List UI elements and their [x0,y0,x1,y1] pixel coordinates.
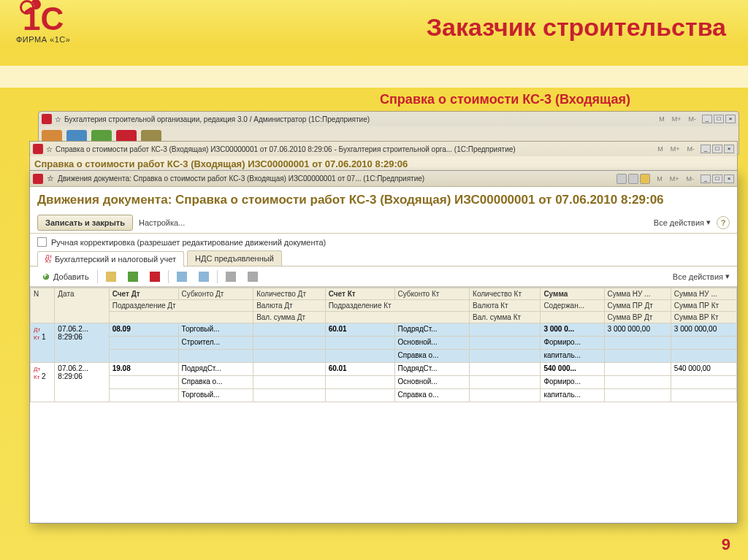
logo-1c-icon: 1C [23,4,64,34]
cell-schet-dt: 19.08 [109,363,178,376]
close-button[interactable]: × [725,115,736,123]
edit-button[interactable] [124,270,142,283]
move-down-button[interactable] [195,270,213,283]
manual-edit-label: Ручная корректировка (разрешает редактир… [51,238,326,247]
slide-subtitle: Справка о стоимости КС-3 (Входящая) [380,92,630,107]
toolbar-icon[interactable] [628,174,638,184]
mem-m[interactable]: M [654,145,666,153]
chevron-down-icon: ▾ [706,218,711,227]
window-title: Движения документа: Справка о стоимости … [58,174,613,183]
command-bar: Записать и закрыть Настройка... Все дейс… [30,212,737,234]
copy-button[interactable] [102,270,120,283]
cell-sub-kt: ПодрядСт... [394,323,470,337]
col-content[interactable]: Содержан... [541,300,604,312]
close-button[interactable]: × [724,174,734,183]
col-subkonto-kt[interactable]: Субконто Кт [394,288,470,300]
mem-mplus[interactable]: M+ [669,115,684,123]
app-icon [33,174,43,184]
tab-accounting[interactable]: ДтКт Бухгалтерский и налоговый учет [37,251,184,266]
calculator-icon[interactable] [640,174,650,184]
document-title: Справка о стоимости работ КС-3 (Входящая… [30,156,737,171]
grid-all-actions[interactable]: Все действия ▾ [673,272,730,281]
col-sum-nu-kt[interactable]: Сумма НУ ... [671,288,736,300]
cell-content: капиталь... [541,389,604,402]
col-val-kt[interactable]: Валюта Кт [470,300,541,312]
col-schet-kt[interactable]: Счет Кт [325,288,394,300]
grid-toolbar: Добавить Все действия ▾ [30,266,737,287]
col-sum-nu-dt[interactable]: Сумма НУ ... [604,288,671,300]
grid[interactable]: N Дата Счет Дт Субконто Дт Количество Дт… [30,287,737,506]
mem-mplus[interactable]: M+ [667,175,682,183]
memory-buttons: M M+ M- [656,115,699,123]
tab-label: Бухгалтерский и налоговый учет [55,255,176,264]
star-icon[interactable]: ☆ [47,174,54,183]
slide-title: Заказчик строительства [427,13,726,42]
col-sum-vr-kt[interactable]: Сумма ВР Кт [671,312,736,323]
col-date[interactable]: Дата [55,288,109,323]
refresh-button[interactable] [244,270,262,283]
minimize-button[interactable]: _ [701,174,711,183]
save-and-close-button[interactable]: Записать и закрыть [37,215,133,231]
minimize-button[interactable]: _ [702,115,712,123]
star-icon[interactable]: ☆ [55,115,61,123]
close-button[interactable]: × [724,145,734,153]
toolbar-icon[interactable] [617,174,627,184]
plus-icon [41,272,51,282]
dt-kt-icon: ДтКт [45,255,52,263]
table-row[interactable]: Справка о... капиталь... [31,350,737,363]
settings-link[interactable]: Настройка... [139,218,185,227]
more-button[interactable] [222,270,240,283]
mem-m[interactable]: M [654,175,665,183]
col-podr-kt[interactable]: Подразделение Кт [325,300,469,312]
col-podr-dt[interactable]: Подразделение Дт [109,300,253,312]
table-row[interactable]: ДтКт 1 07.06.2...8:29:06 08.09 Торговый.… [31,323,737,337]
col-subkonto-dt[interactable]: Субконто Дт [178,288,253,300]
cell-n: ДтКт 1 [31,323,55,363]
mem-mminus[interactable]: M- [684,145,698,153]
col-sum-pr-dt[interactable]: Сумма ПР Дт [604,300,671,312]
table-row[interactable]: Строител... Основной... Формиро... [31,337,737,350]
col-kol-kt[interactable]: Количество Кт [470,288,541,300]
maximize-button[interactable]: □ [712,145,722,153]
col-valsum-dt[interactable]: Вал. сумма Дт [253,312,326,323]
maximize-button[interactable]: □ [712,174,722,183]
cell-sub-kt: Справка о... [394,350,470,363]
slide-number: 9 [722,535,730,554]
arrow-down-icon [199,272,209,282]
all-actions-menu[interactable]: Все действия ▾ [654,218,711,227]
tab-vat[interactable]: НДС предъявленный [187,250,282,266]
mem-mplus[interactable]: M+ [668,145,683,153]
col-sum[interactable]: Сумма [541,288,604,300]
maximize-button[interactable]: □ [714,115,724,123]
cell-sub-dt: Справка о... [178,376,253,389]
add-button[interactable]: Добавить [37,270,93,283]
manual-edit-row: Ручная корректировка (разрешает редактир… [30,234,737,250]
col-val-dt[interactable]: Валюта Дт [253,300,326,312]
cell-sub-dt [178,350,253,363]
cell-nu-dt [604,363,671,376]
move-up-button[interactable] [173,270,191,283]
help-button[interactable]: ? [717,216,730,229]
mem-mminus[interactable]: M- [684,175,698,183]
table-row[interactable]: Справка о... Основной... Формиро... [31,376,737,389]
window-title: Справка о стоимости работ КС-3 (Входящая… [56,145,652,153]
col-kol-dt[interactable]: Количество Дт [253,288,326,300]
star-icon[interactable]: ☆ [46,145,53,153]
cell-nu-kt: 540 000,00 [671,363,736,376]
window-titlebar: ☆ Движения документа: Справка о стоимост… [30,171,737,187]
app-title: Бухгалтерия строительной организации, ре… [64,115,653,123]
mem-mminus[interactable]: M- [686,115,700,123]
mem-m[interactable]: M [656,115,668,123]
manual-edit-checkbox[interactable] [37,237,47,247]
col-valsum-kt[interactable]: Вал. сумма Кт [470,312,541,323]
table-row[interactable]: ДтКт 2 07.06.2...8:29:06 19.08 ПодрядСт.… [31,363,737,376]
minimize-button[interactable]: _ [701,145,711,153]
col-n[interactable]: N [31,288,55,323]
col-sum-pr-kt[interactable]: Сумма ПР Кт [671,300,736,312]
delete-button[interactable] [146,270,164,283]
cell-date: 07.06.2...8:29:06 [55,363,109,402]
col-sum-vr-dt[interactable]: Сумма ВР Дт [604,312,671,323]
table-row[interactable]: Торговый... Справка о... капиталь... [31,389,737,402]
add-label: Добавить [53,272,89,281]
col-schet-dt[interactable]: Счет Дт [109,288,178,300]
